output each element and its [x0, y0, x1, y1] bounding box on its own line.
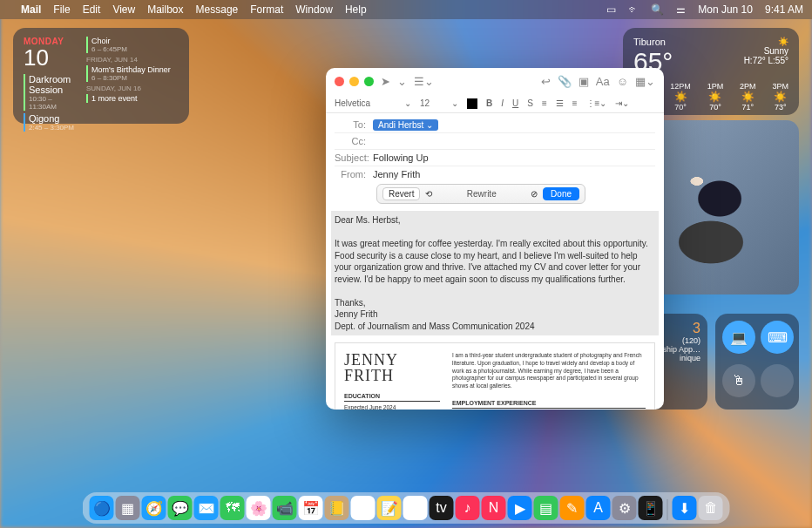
photo-icon[interactable]: ▣: [579, 75, 589, 88]
dock-numbers[interactable]: ▤: [534, 496, 558, 520]
subject-label: Subject:: [335, 152, 373, 163]
format-icon[interactable]: Aa: [596, 75, 610, 88]
attachment-preview[interactable]: JENNY FRITH EDUCATION Expected June 2024…: [335, 342, 655, 410]
battery-icon[interactable]: ▭: [606, 3, 616, 16]
calendar-day-number: 10: [24, 46, 78, 69]
dock-calendar[interactable]: 📅: [299, 496, 323, 520]
menubar-time[interactable]: 9:41 AM: [765, 3, 803, 16]
body-greeting: Dear Ms. Herbst,: [335, 214, 655, 227]
from-field[interactable]: Jenny Frith: [373, 169, 655, 179]
indent-icon[interactable]: ⇥⌄: [615, 98, 629, 108]
menu-view[interactable]: View: [112, 3, 135, 16]
attachment-edu-1: Expected June 2024 BACHELOR OF FINE ARTS…: [344, 404, 440, 410]
dock-maps[interactable]: 🗺: [220, 496, 245, 520]
dock-keynote[interactable]: ▶: [508, 496, 532, 520]
dock-music[interactable]: ♪: [456, 496, 480, 520]
cal-section-header: SUNDAY, JUN 16: [86, 85, 179, 92]
attachment-name-first: JENNY: [344, 352, 440, 368]
to-recipient-pill[interactable]: Andi Herbst ⌄: [373, 119, 438, 131]
bold-button[interactable]: B: [486, 98, 492, 108]
dock-safari[interactable]: 🧭: [142, 496, 166, 520]
dock-tv[interactable]: tv: [430, 496, 454, 520]
app-menu[interactable]: Mail: [21, 3, 41, 16]
strike-button[interactable]: S: [527, 98, 533, 108]
chevron-down-icon[interactable]: ⌄: [397, 75, 407, 88]
attach-icon[interactable]: 📎: [558, 75, 572, 88]
align-right-icon[interactable]: ≡: [572, 98, 578, 108]
align-left-icon[interactable]: ≡: [542, 98, 547, 108]
header-fields-icon[interactable]: ☰⌄: [414, 75, 434, 88]
menu-message[interactable]: Message: [196, 3, 239, 16]
from-label: From:: [335, 169, 373, 179]
dock-downloads[interactable]: ⬇: [673, 496, 697, 520]
rewrite-next-icon[interactable]: ⊘: [531, 189, 538, 199]
dock-contacts[interactable]: 📒: [325, 496, 349, 520]
reply-icon[interactable]: ↩: [541, 75, 551, 88]
menu-help[interactable]: Help: [345, 3, 367, 16]
dock-iphone[interactable]: 📱: [639, 496, 663, 520]
menubar-date[interactable]: Mon Jun 10: [698, 3, 753, 16]
font-select[interactable]: Helvetica: [335, 98, 396, 108]
media-icon[interactable]: ▦⌄: [635, 75, 655, 88]
done-button[interactable]: Done: [543, 187, 579, 200]
device-mouse-icon[interactable]: 🖱: [722, 364, 755, 397]
subject-field[interactable]: Following Up: [373, 152, 655, 163]
dock-mail[interactable]: ✉️: [194, 496, 219, 520]
emoji-icon[interactable]: ☺: [617, 75, 628, 88]
menu-format[interactable]: Format: [250, 3, 283, 16]
mail-compose-window: ➤ ⌄ ☰⌄ ↩ 📎 ▣ Aa ☺ ▦⌄ Helvetica ⌄ 12 ⌄ B …: [326, 68, 664, 410]
message-body[interactable]: Dear Ms. Herbst, It was great meeting fo…: [326, 209, 664, 410]
italic-button[interactable]: I: [501, 98, 504, 108]
dock-launchpad[interactable]: ▦: [116, 496, 140, 520]
weather-condition: Sunny: [744, 46, 788, 56]
calendar-widget[interactable]: MONDAY 10 Darkroom Session 10:30 – 11:30…: [13, 28, 189, 124]
rewrite-prev-icon[interactable]: ⟲: [425, 189, 432, 199]
control-center-icon[interactable]: ⚌: [676, 3, 686, 16]
color-swatch[interactable]: [467, 98, 477, 109]
cal-section-header: FRIDAY, JUN 14: [86, 56, 179, 64]
weather-location: Tiburon: [633, 37, 673, 47]
font-size-stepper[interactable]: ⌄: [404, 98, 411, 108]
dock-messages[interactable]: 💬: [168, 496, 193, 520]
zoom-button[interactable]: [364, 77, 374, 86]
dock-photos[interactable]: 🌸: [247, 496, 271, 520]
weather-hour: 3PM☀️73°: [772, 82, 788, 112]
dock-trash[interactable]: 🗑: [699, 496, 723, 520]
dock-finder[interactable]: 🔵: [90, 496, 114, 520]
spotlight-icon[interactable]: 🔍: [651, 3, 664, 16]
attachment-bio: I am a third-year student undergraduate …: [452, 352, 646, 390]
dock-reminders[interactable]: ☑: [351, 496, 376, 520]
dock-pages[interactable]: ✎: [560, 496, 585, 520]
minimize-button[interactable]: [349, 77, 359, 86]
cal-event-title: 1 more event: [91, 94, 179, 103]
device-empty[interactable]: [761, 364, 794, 397]
weather-hilo: H:72° L:55°: [744, 56, 788, 65]
revert-button[interactable]: Revert: [382, 187, 420, 200]
font-size-stepper[interactable]: ⌄: [451, 98, 458, 108]
dock-settings[interactable]: ⚙: [612, 496, 637, 520]
dock-freeform[interactable]: ✏: [403, 496, 428, 520]
home-devices-widget[interactable]: 💻 ⌨ 🖱: [715, 314, 799, 410]
align-center-icon[interactable]: ☰: [556, 98, 564, 108]
menu-file[interactable]: File: [53, 3, 70, 16]
device-keyboard-icon[interactable]: ⌨: [761, 321, 794, 354]
font-size[interactable]: 12: [420, 98, 443, 108]
wifi-icon[interactable]: ᯤ: [628, 3, 639, 16]
body-signature-dept: Dept. of Journalism and Mass Communicati…: [335, 321, 655, 333]
traffic-lights: [335, 77, 374, 86]
menu-edit[interactable]: Edit: [83, 3, 101, 16]
rewrite-title: Rewrite: [437, 189, 525, 199]
menu-mailbox[interactable]: Mailbox: [147, 3, 183, 16]
cal-event-title: Choir: [91, 37, 179, 45]
weather-hour: 2PM☀️71°: [740, 82, 756, 112]
dock-news[interactable]: N: [482, 496, 506, 520]
dock-notes[interactable]: 📝: [377, 496, 402, 520]
dock-facetime[interactable]: 📹: [273, 496, 297, 520]
list-icon[interactable]: ⋮≡⌄: [586, 98, 607, 108]
underline-button[interactable]: U: [512, 98, 518, 108]
close-button[interactable]: [335, 77, 344, 86]
menu-window[interactable]: Window: [295, 3, 333, 16]
send-icon[interactable]: ➤: [381, 75, 390, 88]
device-laptop-icon[interactable]: 💻: [722, 321, 755, 354]
dock-appstore[interactable]: A: [586, 496, 611, 520]
